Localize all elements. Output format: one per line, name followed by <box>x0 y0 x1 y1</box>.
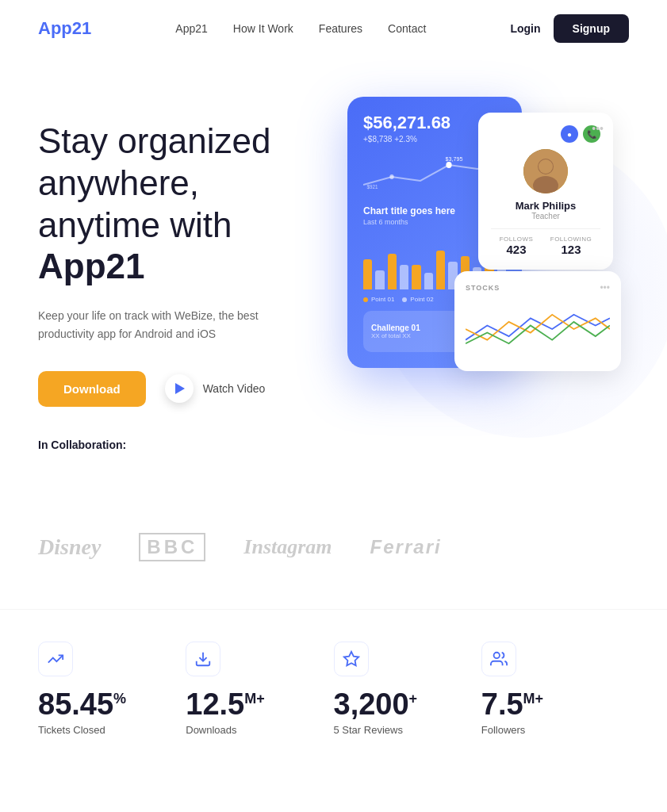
stat-number-reviews: 3,200+ <box>334 689 466 719</box>
hero-brand: App21 <box>38 247 144 285</box>
collab-label: In Collaboration: <box>38 439 324 451</box>
hero-section: Stay organized anywhere, anytime with Ap… <box>0 57 667 501</box>
stat-downloads: 12.5M+ Downloads <box>186 642 333 736</box>
hero-text-block: Stay organized anywhere, anytime with Ap… <box>38 89 324 451</box>
following-stat: FOLLOWING 123 <box>550 236 592 257</box>
nav-link-how[interactable]: How It Work <box>233 22 293 35</box>
stat-followers: 7.5M+ Followers <box>481 642 629 736</box>
svg-point-7 <box>539 159 553 174</box>
profile-icons: ● 📞 <box>491 125 600 143</box>
stat-reviews: 3,200+ 5 Star Reviews <box>334 642 481 736</box>
stat-desc-downloads: Downloads <box>186 724 317 736</box>
profile-name: Mark Philips <box>491 200 600 212</box>
legend-1: Point 01 <box>363 296 394 303</box>
bbc-logo: BBC <box>139 533 205 561</box>
nav-link-features[interactable]: Features <box>319 22 362 35</box>
profile-stats: FOLLOWS 423 FOLLOWING 123 <box>491 228 600 257</box>
stat-desc-followers: Followers <box>481 724 613 736</box>
nav-buttons: Login Signup <box>510 14 629 43</box>
watch-label: Watch Video <box>203 382 266 395</box>
hero-headline: Stay organized anywhere, anytime with Ap… <box>38 121 324 288</box>
avatar-svg <box>523 149 568 193</box>
logo-text: App <box>38 18 72 38</box>
stat-number-downloads: 12.5M+ <box>186 689 317 719</box>
login-button[interactable]: Login <box>510 22 540 35</box>
profile-more-icon: ••• <box>592 122 604 135</box>
stat-icon-box-trending <box>38 642 73 676</box>
legend-2: Point 02 <box>402 296 433 303</box>
users-icon <box>490 650 508 668</box>
svg-text:$921: $921 <box>367 184 378 190</box>
navbar: App21 App21 How It Work Features Contact… <box>0 0 667 57</box>
stat-icon-box-users <box>481 642 516 676</box>
play-icon <box>165 374 194 403</box>
svg-point-2 <box>389 174 393 179</box>
stocks-more-icon: ••• <box>600 282 610 293</box>
logo-num: 21 <box>72 18 91 38</box>
ferrari-logo: Ferrari <box>370 536 442 558</box>
instagram-logo: Instagram <box>243 535 332 559</box>
svg-point-0 <box>446 162 451 168</box>
stocks-line-chart <box>466 301 610 357</box>
challenge-info: Challenge 01 XX of total XX <box>371 324 420 339</box>
trending-icon <box>47 650 64 668</box>
stat-icon-box-download <box>186 642 220 676</box>
svg-text:$3,795: $3,795 <box>446 155 463 163</box>
profile-card: ••• ● 📞 Mark Philips Teacher FOLLOWS <box>478 113 613 270</box>
stat-tickets: 85.45% Tickets Closed <box>38 642 186 736</box>
stocks-label: STOCKS <box>466 284 500 292</box>
stats-section: 85.45% Tickets Closed 12.5M+ Downloads 3… <box>0 609 667 783</box>
svg-marker-9 <box>343 652 358 665</box>
icon-dot-blue: ● <box>561 125 578 143</box>
stat-number-tickets: 85.45% <box>38 689 170 719</box>
stat-number-followers: 7.5M+ <box>481 689 613 719</box>
svg-point-10 <box>493 653 499 658</box>
nav-link-contact[interactable]: Contact <box>388 22 426 35</box>
stat-icon-box-star <box>334 642 369 676</box>
nav-link-app21[interactable]: App21 <box>175 22 207 35</box>
play-triangle <box>175 383 185 394</box>
logo: App21 <box>38 18 91 39</box>
profile-role: Teacher <box>491 212 600 220</box>
watch-video-button[interactable]: Watch Video <box>165 374 266 403</box>
disney-logo: Disney <box>38 534 101 560</box>
follows-stat: FOLLOWS 423 <box>500 236 534 257</box>
hero-visuals: $56,271.68 +$8,738 +2.3% $3,795 $921 Cha… <box>324 89 629 485</box>
stocks-header: STOCKS ••• <box>466 282 610 293</box>
collab-logos: Disney BBC Instagram Ferrari <box>38 533 629 561</box>
hero-buttons: Download Watch Video <box>38 371 324 407</box>
download-button[interactable]: Download <box>38 371 146 407</box>
stat-desc-reviews: 5 Star Reviews <box>334 724 466 736</box>
stocks-card: STOCKS ••• <box>454 271 621 371</box>
nav-links: App21 How It Work Features Contact <box>175 22 426 35</box>
avatar <box>523 149 568 193</box>
stat-desc-tickets: Tickets Closed <box>38 724 170 736</box>
star-icon <box>343 650 360 668</box>
collaborators-section: Disney BBC Instagram Ferrari <box>0 501 667 609</box>
download-icon <box>194 650 212 668</box>
hero-subtext: Keep your life on track with WeBize, the… <box>38 307 292 343</box>
signup-button[interactable]: Signup <box>554 14 629 43</box>
